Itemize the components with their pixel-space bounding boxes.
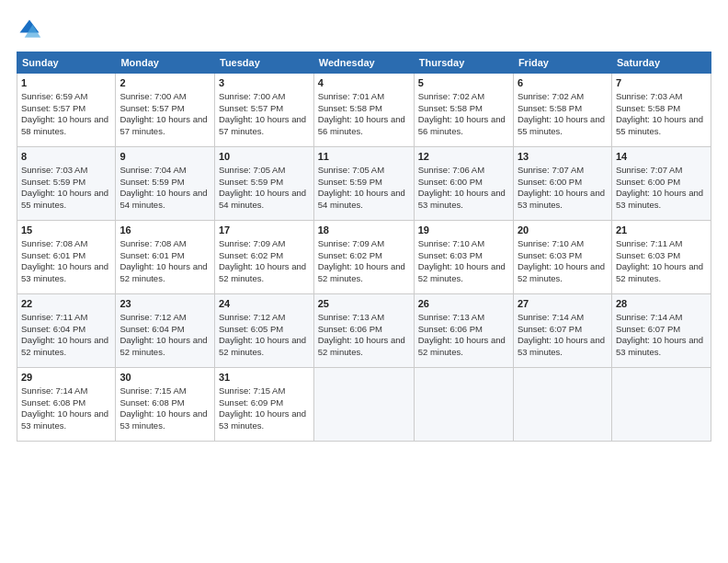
day-number: 10	[219, 150, 310, 164]
calendar-week-row: 22Sunrise: 7:11 AMSunset: 6:04 PMDayligh…	[17, 294, 711, 368]
day-number: 24	[219, 297, 310, 311]
calendar-cell: 7Sunrise: 7:03 AMSunset: 5:58 PMDaylight…	[611, 74, 711, 147]
calendar-header-sunday: Sunday	[17, 52, 116, 74]
calendar-cell: 14Sunrise: 7:07 AMSunset: 6:00 PMDayligh…	[611, 147, 711, 221]
day-number: 13	[518, 150, 608, 164]
day-number: 29	[21, 371, 111, 385]
calendar-cell: 21Sunrise: 7:11 AMSunset: 6:03 PMDayligh…	[611, 221, 711, 294]
day-number: 28	[616, 297, 707, 311]
day-number: 9	[119, 150, 210, 164]
calendar-cell: 31Sunrise: 7:15 AMSunset: 6:09 PMDayligh…	[214, 368, 313, 442]
day-number: 15	[21, 224, 111, 237]
day-number: 12	[418, 150, 509, 164]
calendar-cell: 1Sunrise: 6:59 AMSunset: 5:57 PMDaylight…	[17, 74, 116, 147]
day-number: 3	[219, 76, 310, 90]
day-number: 20	[518, 224, 608, 237]
calendar-cell: 12Sunrise: 7:06 AMSunset: 6:00 PMDayligh…	[414, 147, 513, 221]
calendar-cell: 8Sunrise: 7:03 AMSunset: 5:59 PMDaylight…	[17, 147, 116, 221]
calendar-cell: 2Sunrise: 7:00 AMSunset: 5:57 PMDaylight…	[116, 74, 215, 147]
calendar-cell: 15Sunrise: 7:08 AMSunset: 6:01 PMDayligh…	[17, 221, 116, 294]
calendar-cell: 6Sunrise: 7:02 AMSunset: 5:58 PMDaylight…	[513, 74, 611, 147]
day-number: 11	[318, 150, 410, 164]
calendar-cell: 28Sunrise: 7:14 AMSunset: 6:07 PMDayligh…	[611, 294, 711, 368]
day-number: 18	[318, 224, 410, 237]
day-number: 19	[418, 224, 509, 237]
calendar-week-row: 8Sunrise: 7:03 AMSunset: 5:59 PMDaylight…	[17, 147, 711, 221]
calendar-cell: 22Sunrise: 7:11 AMSunset: 6:04 PMDayligh…	[17, 294, 116, 368]
calendar-cell	[414, 368, 513, 442]
calendar-cell: 10Sunrise: 7:05 AMSunset: 5:59 PMDayligh…	[214, 147, 313, 221]
calendar-cell: 25Sunrise: 7:13 AMSunset: 6:06 PMDayligh…	[313, 294, 414, 368]
calendar-header-friday: Friday	[513, 52, 611, 74]
day-number: 14	[616, 150, 707, 164]
calendar-cell	[313, 368, 414, 442]
logo-icon	[17, 17, 42, 42]
day-number: 30	[119, 371, 210, 385]
calendar-cell	[611, 368, 711, 442]
calendar-cell: 17Sunrise: 7:09 AMSunset: 6:02 PMDayligh…	[214, 221, 313, 294]
page: SundayMondayTuesdayWednesdayThursdayFrid…	[0, 0, 728, 563]
calendar-header-row: SundayMondayTuesdayWednesdayThursdayFrid…	[17, 52, 711, 74]
calendar-cell: 23Sunrise: 7:12 AMSunset: 6:04 PMDayligh…	[116, 294, 215, 368]
calendar-header-saturday: Saturday	[611, 52, 711, 74]
calendar-cell: 11Sunrise: 7:05 AMSunset: 5:59 PMDayligh…	[313, 147, 414, 221]
day-number: 27	[518, 297, 608, 311]
day-number: 22	[21, 297, 111, 311]
day-number: 25	[318, 297, 410, 311]
calendar-week-row: 1Sunrise: 6:59 AMSunset: 5:57 PMDaylight…	[17, 74, 711, 147]
calendar-cell: 18Sunrise: 7:09 AMSunset: 6:02 PMDayligh…	[313, 221, 414, 294]
calendar-header-wednesday: Wednesday	[313, 52, 414, 74]
day-number: 23	[119, 297, 210, 311]
calendar-cell: 29Sunrise: 7:14 AMSunset: 6:08 PMDayligh…	[17, 368, 116, 442]
calendar-cell: 5Sunrise: 7:02 AMSunset: 5:58 PMDaylight…	[414, 74, 513, 147]
calendar-cell: 19Sunrise: 7:10 AMSunset: 6:03 PMDayligh…	[414, 221, 513, 294]
day-number: 26	[418, 297, 509, 311]
calendar-cell: 16Sunrise: 7:08 AMSunset: 6:01 PMDayligh…	[116, 221, 215, 294]
day-number: 5	[418, 76, 509, 90]
day-number: 21	[616, 224, 707, 237]
header	[17, 17, 711, 42]
calendar-table: SundayMondayTuesdayWednesdayThursdayFrid…	[17, 52, 711, 442]
day-number: 1	[21, 76, 111, 90]
day-number: 2	[119, 76, 210, 90]
calendar-cell: 4Sunrise: 7:01 AMSunset: 5:58 PMDaylight…	[313, 74, 414, 147]
day-number: 4	[318, 76, 410, 90]
calendar-header-thursday: Thursday	[414, 52, 513, 74]
day-number: 7	[616, 76, 707, 90]
calendar-cell: 13Sunrise: 7:07 AMSunset: 6:00 PMDayligh…	[513, 147, 611, 221]
day-number: 6	[518, 76, 608, 90]
calendar-cell: 20Sunrise: 7:10 AMSunset: 6:03 PMDayligh…	[513, 221, 611, 294]
calendar-cell: 9Sunrise: 7:04 AMSunset: 5:59 PMDaylight…	[116, 147, 215, 221]
calendar-cell: 26Sunrise: 7:13 AMSunset: 6:06 PMDayligh…	[414, 294, 513, 368]
calendar-cell: 30Sunrise: 7:15 AMSunset: 6:08 PMDayligh…	[116, 368, 215, 442]
logo	[17, 17, 46, 42]
calendar-header-tuesday: Tuesday	[214, 52, 313, 74]
calendar-cell: 3Sunrise: 7:00 AMSunset: 5:57 PMDaylight…	[214, 74, 313, 147]
calendar-cell	[513, 368, 611, 442]
day-number: 17	[219, 224, 310, 237]
calendar-week-row: 29Sunrise: 7:14 AMSunset: 6:08 PMDayligh…	[17, 368, 711, 442]
calendar-cell: 27Sunrise: 7:14 AMSunset: 6:07 PMDayligh…	[513, 294, 611, 368]
day-number: 16	[119, 224, 210, 237]
day-number: 31	[219, 371, 310, 385]
calendar-header-monday: Monday	[116, 52, 215, 74]
day-number: 8	[21, 150, 111, 164]
calendar-week-row: 15Sunrise: 7:08 AMSunset: 6:01 PMDayligh…	[17, 221, 711, 294]
calendar-cell: 24Sunrise: 7:12 AMSunset: 6:05 PMDayligh…	[214, 294, 313, 368]
